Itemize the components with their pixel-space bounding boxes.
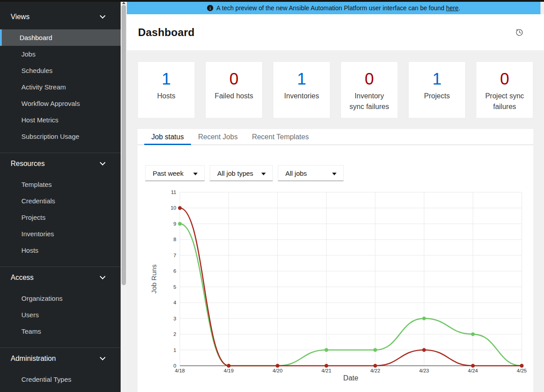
svg-text:4/18: 4/18 xyxy=(175,368,185,373)
sidebar-item-dashboard[interactable]: Dashboard xyxy=(0,29,121,46)
nav-section-resources-header[interactable]: Resources xyxy=(0,155,121,173)
nav-section-views-label: Views xyxy=(11,13,29,21)
nav-section-access-label: Access xyxy=(11,274,34,282)
sidebar-item-workflow-approvals[interactable]: Workflow Approvals xyxy=(0,95,121,112)
nav-section-administration: Administration Credential Types xyxy=(0,348,121,388)
sidebar-item-templates[interactable]: Templates xyxy=(0,176,121,193)
svg-text:4/24: 4/24 xyxy=(468,368,478,373)
caret-down-icon xyxy=(193,173,198,175)
sidebar-item-credential-types[interactable]: Credential Types xyxy=(0,371,121,388)
page-header: Dashboard xyxy=(127,14,544,50)
tab-recent-jobs[interactable]: Recent Jobs xyxy=(191,129,245,145)
failed-hosts-count[interactable]: 0 xyxy=(206,69,262,89)
sidebar-item-schedules[interactable]: Schedules xyxy=(0,62,121,79)
history-icon xyxy=(516,28,524,36)
svg-text:10: 10 xyxy=(171,205,176,210)
nav-section-administration-header[interactable]: Administration xyxy=(0,350,121,368)
svg-text:4/22: 4/22 xyxy=(370,368,380,373)
main-content: i A tech preview of the new Ansible Auto… xyxy=(127,0,544,392)
project-sync-failures-label: Project sync failures xyxy=(476,91,533,112)
job-status-chart: 012345678910114/184/194/204/214/224/234/… xyxy=(138,187,533,392)
svg-text:9: 9 xyxy=(174,221,176,226)
period-select-value: Past week xyxy=(153,170,183,177)
project-sync-failures-count[interactable]: 0 xyxy=(476,69,533,89)
chevron-down-icon xyxy=(100,160,106,166)
svg-text:6: 6 xyxy=(174,268,176,274)
history-button[interactable] xyxy=(514,27,525,38)
card-inventory-sync-failures[interactable]: 0 Inventory sync failures xyxy=(341,61,398,118)
svg-text:4/21: 4/21 xyxy=(321,368,331,373)
svg-text:4/23: 4/23 xyxy=(419,368,429,373)
svg-text:3: 3 xyxy=(174,316,176,321)
hosts-label: Hosts xyxy=(138,91,195,101)
masthead-strip xyxy=(0,0,544,2)
card-project-sync-failures[interactable]: 0 Project sync failures xyxy=(476,61,533,118)
hosts-count[interactable]: 1 xyxy=(138,69,195,89)
tab-bar: Job status Recent Jobs Recent Templates xyxy=(138,129,533,145)
tech-preview-link[interactable]: here xyxy=(446,4,459,12)
summary-cards: 1 Hosts 0 Failed hosts 1 Inventories 0 I… xyxy=(138,61,533,118)
inventories-count[interactable]: 1 xyxy=(273,69,330,89)
sidebar-item-inventories[interactable]: Inventories xyxy=(0,226,121,242)
sidebar-item-hosts[interactable]: Hosts xyxy=(0,242,121,259)
svg-text:8: 8 xyxy=(174,237,176,242)
svg-text:4/25: 4/25 xyxy=(517,368,527,373)
nav-section-resources: Resources Templates Credentials Projects… xyxy=(0,153,121,259)
sidebar-item-activity-stream[interactable]: Activity Stream xyxy=(0,79,121,95)
svg-text:11: 11 xyxy=(171,190,176,195)
job-type-select-value: All job types xyxy=(217,170,253,177)
svg-text:7: 7 xyxy=(174,253,176,258)
scrollbar-up-arrow-icon[interactable] xyxy=(122,2,126,4)
chevron-down-icon xyxy=(100,274,106,279)
sidebar-scrollbar[interactable] xyxy=(121,0,127,392)
chart-filters: Past week All job types All jobs xyxy=(145,165,533,181)
tab-job-status[interactable]: Job status xyxy=(144,129,191,145)
scrollbar-thumb[interactable] xyxy=(122,5,126,285)
svg-text:2: 2 xyxy=(174,331,176,337)
nav-section-access: Access Organizations Users Teams xyxy=(0,267,121,339)
sidebar-item-jobs[interactable]: Jobs xyxy=(0,46,121,62)
sidebar-item-organizations[interactable]: Organizations xyxy=(0,290,121,307)
job-type-select[interactable]: All job types xyxy=(210,165,273,181)
sidebar-item-subscription-usage[interactable]: Subscription Usage xyxy=(0,128,121,145)
nav-section-administration-label: Administration xyxy=(11,355,56,363)
svg-text:4/20: 4/20 xyxy=(272,368,282,373)
banner-text: A tech preview of the new Ansible Automa… xyxy=(216,4,444,12)
nav-section-resources-label: Resources xyxy=(11,160,45,168)
job-status-panel: Job status Recent Jobs Recent Templates … xyxy=(138,129,533,392)
jobs-select[interactable]: All jobs xyxy=(278,165,344,181)
sidebar-nav: Views Dashboard Jobs Schedules Activity … xyxy=(0,0,121,392)
projects-count[interactable]: 1 xyxy=(409,69,465,89)
caret-down-icon xyxy=(332,173,337,175)
failed-hosts-label: Failed hosts xyxy=(206,91,262,101)
sidebar-item-teams[interactable]: Teams xyxy=(0,323,121,339)
chevron-down-icon xyxy=(100,355,106,360)
inventories-label: Inventories xyxy=(273,91,330,101)
sidebar-item-users[interactable]: Users xyxy=(0,307,121,323)
chevron-down-icon xyxy=(100,13,106,19)
banner-period: . xyxy=(459,4,460,12)
svg-text:4/19: 4/19 xyxy=(224,368,234,373)
sidebar-item-host-metrics[interactable]: Host Metrics xyxy=(0,112,121,128)
period-select[interactable]: Past week xyxy=(145,165,205,181)
sidebar-item-projects[interactable]: Projects xyxy=(0,209,121,226)
info-icon: i xyxy=(207,5,213,11)
jobs-select-value: All jobs xyxy=(285,170,307,177)
nav-section-views-header[interactable]: Views xyxy=(0,8,121,26)
card-projects[interactable]: 1 Projects xyxy=(408,61,466,118)
card-inventories[interactable]: 1 Inventories xyxy=(273,61,330,118)
svg-text:Job Runs: Job Runs xyxy=(150,264,158,294)
caret-down-icon xyxy=(261,173,266,175)
tab-recent-templates[interactable]: Recent Templates xyxy=(245,129,316,145)
inventory-sync-failures-count[interactable]: 0 xyxy=(341,69,398,89)
inventory-sync-failures-label: Inventory sync failures xyxy=(341,91,398,112)
card-hosts[interactable]: 1 Hosts xyxy=(138,61,195,118)
svg-text:1: 1 xyxy=(174,348,176,353)
projects-label: Projects xyxy=(409,91,465,101)
card-failed-hosts[interactable]: 0 Failed hosts xyxy=(205,61,263,118)
nav-section-access-header[interactable]: Access xyxy=(0,269,121,287)
tech-preview-banner: i A tech preview of the new Ansible Auto… xyxy=(127,2,540,14)
svg-text:4: 4 xyxy=(174,300,177,305)
sidebar-item-credentials[interactable]: Credentials xyxy=(0,193,121,209)
svg-text:Date: Date xyxy=(343,374,358,382)
